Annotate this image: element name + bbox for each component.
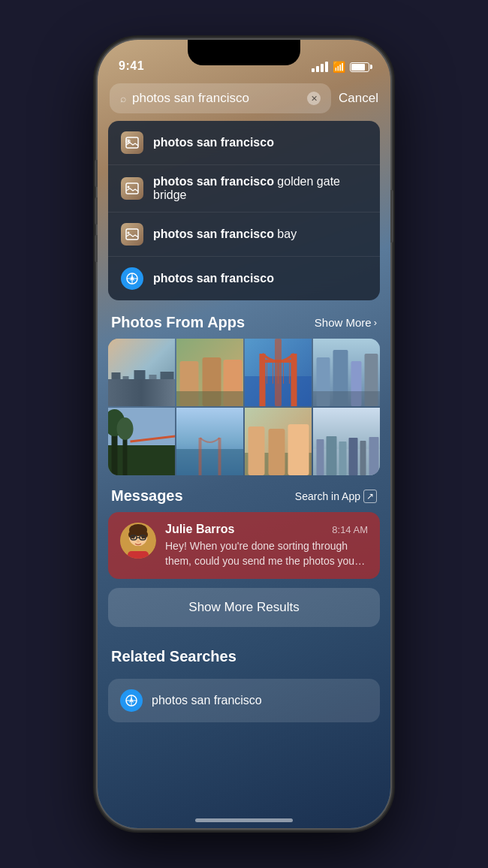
svg-rect-61 xyxy=(349,438,358,475)
message-preview: Hey! When you're done sorting through th… xyxy=(165,539,368,568)
suggestion-photos-icon xyxy=(120,131,144,155)
messages-section-header: Messages Search in App ↗ xyxy=(98,475,390,512)
home-indicator xyxy=(195,818,293,822)
svg-point-6 xyxy=(128,232,130,234)
chevron-right-icon: › xyxy=(374,317,377,328)
search-bar-container: ⌕ photos san francisco ✕ Cancel xyxy=(98,77,390,119)
svg-rect-53 xyxy=(249,426,265,475)
arrow-icon: ↗ xyxy=(363,490,377,503)
battery-icon xyxy=(350,62,369,72)
show-more-results-label: Show More Results xyxy=(188,600,299,614)
search-icon: ⌕ xyxy=(120,92,126,104)
notch xyxy=(188,40,300,65)
photo-cell[interactable] xyxy=(245,408,312,475)
svg-rect-18 xyxy=(161,372,174,406)
related-search-item[interactable]: photos san francisco xyxy=(108,679,380,722)
search-in-app-button[interactable]: Search in App ↗ xyxy=(295,490,377,503)
photos-show-more-button[interactable]: Show More › xyxy=(315,316,377,329)
svg-rect-14 xyxy=(112,372,121,406)
suggestion-photos-icon xyxy=(120,222,144,246)
svg-rect-25 xyxy=(245,376,312,406)
svg-point-68 xyxy=(128,531,136,538)
show-more-results-button[interactable]: Show More Results xyxy=(108,588,380,627)
photo-grid xyxy=(108,339,380,475)
photo-cell[interactable] xyxy=(313,408,380,475)
svg-rect-49 xyxy=(199,438,202,475)
safari-icon xyxy=(120,689,143,712)
status-icons: 📶 xyxy=(312,61,369,73)
svg-point-2 xyxy=(128,140,130,143)
svg-rect-13 xyxy=(108,380,175,406)
svg-rect-62 xyxy=(360,441,366,475)
message-card[interactable]: Julie Barros 8:14 AM Hey! When you're do… xyxy=(108,512,380,579)
svg-rect-60 xyxy=(339,442,347,475)
suggestion-item[interactable]: photos san francisco xyxy=(108,257,380,300)
wifi-icon: 📶 xyxy=(333,61,345,73)
svg-rect-23 xyxy=(176,391,243,406)
avatar xyxy=(120,523,156,559)
search-clear-button[interactable]: ✕ xyxy=(307,92,321,105)
photo-cell[interactable] xyxy=(108,339,175,406)
svg-rect-50 xyxy=(218,438,221,475)
suggestion-safari-icon xyxy=(120,267,144,291)
photo-cell[interactable] xyxy=(245,339,312,406)
svg-point-73 xyxy=(133,537,135,539)
search-query-text: photos san francisco xyxy=(132,91,301,106)
photo-cell[interactable] xyxy=(108,408,175,475)
svg-rect-17 xyxy=(149,375,157,406)
main-content: ⌕ photos san francisco ✕ Cancel xyxy=(98,77,390,828)
svg-point-75 xyxy=(137,541,140,543)
related-section-header: Related Searches xyxy=(98,636,390,673)
photos-section-title: Photos From Apps xyxy=(111,314,245,331)
search-bar[interactable]: ⌕ photos san francisco ✕ xyxy=(110,83,331,113)
message-content: Julie Barros 8:14 AM Hey! When you're do… xyxy=(165,523,368,568)
suggestion-text: photos san francisco xyxy=(153,136,274,149)
status-time: 9:41 xyxy=(119,59,144,73)
svg-rect-63 xyxy=(369,437,379,475)
photo-cell[interactable] xyxy=(176,339,243,406)
phone-screen: 9:41 📶 ⌕ photos san franci xyxy=(98,40,390,828)
suggestions-list: photos san francisco photos san fr xyxy=(108,121,380,300)
related-searches-section: photos san francisco xyxy=(98,679,390,722)
svg-rect-45 xyxy=(108,445,175,475)
svg-rect-38 xyxy=(313,391,380,406)
photo-cell[interactable] xyxy=(313,339,380,406)
sender-name: Julie Barros xyxy=(165,523,234,536)
svg-rect-15 xyxy=(123,376,129,406)
suggestion-text: photos san francisco xyxy=(153,272,274,285)
related-section-title: Related Searches xyxy=(111,648,236,665)
messages-section-title: Messages xyxy=(111,487,183,505)
message-time: 8:14 AM xyxy=(332,524,368,535)
svg-rect-59 xyxy=(327,436,337,475)
suggestion-item[interactable]: photos san francisco bay xyxy=(108,212,380,257)
messages-section: Julie Barros 8:14 AM Hey! When you're do… xyxy=(98,512,390,579)
svg-rect-54 xyxy=(269,429,285,475)
svg-point-44 xyxy=(117,417,134,440)
svg-rect-55 xyxy=(288,424,309,475)
signal-icon xyxy=(312,62,328,72)
svg-rect-5 xyxy=(126,229,138,240)
cancel-button[interactable]: Cancel xyxy=(339,91,378,106)
phone-frame: 9:41 📶 ⌕ photos san franci xyxy=(98,40,390,828)
svg-rect-3 xyxy=(126,183,138,194)
suggestion-text: photos san francisco golden gate bridge xyxy=(153,175,368,202)
suggestion-text: photos san francisco bay xyxy=(153,228,297,241)
message-header: Julie Barros 8:14 AM xyxy=(165,523,368,536)
svg-rect-16 xyxy=(134,370,146,406)
suggestion-item[interactable]: photos san francisco golden gate bridge xyxy=(108,165,380,212)
svg-rect-58 xyxy=(317,439,324,475)
photo-cell[interactable] xyxy=(176,408,243,475)
suggestion-item[interactable]: photos san francisco xyxy=(108,121,380,165)
svg-point-74 xyxy=(142,537,144,539)
suggestion-photos-icon xyxy=(120,176,144,200)
svg-point-4 xyxy=(128,186,130,188)
svg-point-69 xyxy=(140,531,148,538)
related-search-text: photos san francisco xyxy=(152,694,262,707)
svg-rect-48 xyxy=(176,449,243,475)
photos-section-header: Photos From Apps Show More › xyxy=(98,302,390,339)
svg-rect-76 xyxy=(128,551,149,559)
